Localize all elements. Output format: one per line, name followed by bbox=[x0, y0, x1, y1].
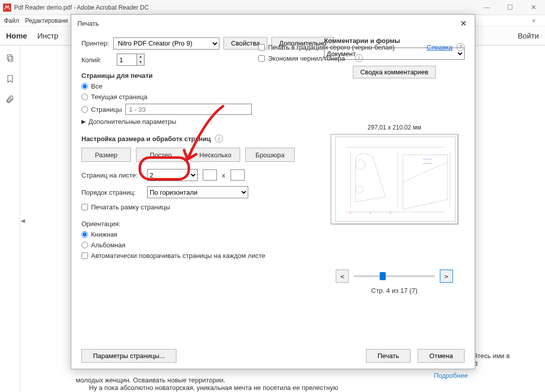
maximize-button[interactable]: ☐ bbox=[498, 0, 522, 15]
printer-select[interactable]: Nitro PDF Creator (Pro 9) bbox=[113, 37, 219, 50]
radio-pages[interactable] bbox=[81, 106, 88, 113]
orientation-label: Ориентация: bbox=[81, 220, 309, 228]
grayscale-checkbox[interactable] bbox=[258, 44, 265, 51]
window-title: Pdf Reader demo.pdf - Adobe Acrobat Read… bbox=[14, 4, 475, 11]
info-icon[interactable]: i bbox=[355, 54, 363, 62]
copies-label: Копий: bbox=[81, 56, 113, 64]
seg-multi-button[interactable]: Несколько bbox=[191, 148, 240, 162]
seg-booklet-button[interactable]: Брошюра bbox=[245, 148, 295, 162]
print-border-checkbox[interactable] bbox=[81, 204, 88, 210]
prev-page-button[interactable]: < bbox=[336, 270, 349, 283]
minimize-button[interactable]: — bbox=[475, 0, 498, 15]
help-info-icon[interactable]: ? bbox=[457, 43, 465, 51]
bg-fragment-share: айтесь ими в ud bbox=[470, 352, 510, 367]
pages-range-input[interactable] bbox=[125, 104, 252, 115]
seg-size-button[interactable]: Размер bbox=[81, 148, 131, 162]
seg-poster-button[interactable]: Постер bbox=[136, 148, 186, 162]
svg-point-3 bbox=[355, 160, 366, 170]
print-preview: ——— ——— bbox=[331, 134, 458, 224]
radio-landscape[interactable] bbox=[81, 242, 88, 248]
svg-point-4 bbox=[355, 186, 364, 194]
size-section-title: Настройка размера и обработк страниц bbox=[81, 135, 211, 143]
page-counter: Стр. 4 из 17 (7) bbox=[324, 287, 465, 294]
preview-drawing-icon: ——— ——— bbox=[336, 137, 455, 221]
info-icon[interactable]: i bbox=[215, 135, 223, 143]
dialog-title: Печать bbox=[77, 20, 99, 27]
help-link[interactable]: Справка bbox=[427, 43, 452, 51]
close-window-button[interactable]: ✕ bbox=[522, 0, 545, 15]
radio-current[interactable] bbox=[81, 94, 88, 100]
page-order-label: Порядок страниц: bbox=[81, 189, 142, 196]
more-link[interactable]: Подробнее bbox=[434, 372, 468, 379]
printer-label: Принтер: bbox=[81, 39, 109, 47]
radio-all[interactable] bbox=[81, 83, 88, 90]
pages-panel-icon[interactable] bbox=[6, 54, 15, 64]
grid-x-input[interactable] bbox=[203, 169, 217, 181]
tab-home[interactable]: Home bbox=[6, 31, 27, 40]
copies-input[interactable] bbox=[117, 54, 137, 66]
svg-rect-2 bbox=[9, 56, 13, 62]
summarize-comments-button[interactable]: Сводка комментариев bbox=[353, 66, 436, 78]
print-dialog: Печать ✕ Принтер: Nitro PDF Creator (Pro… bbox=[71, 14, 475, 369]
more-params-toggle[interactable]: ▶ Дополнительные параметры bbox=[81, 118, 309, 125]
svg-text:———: ——— bbox=[423, 162, 432, 165]
page-order-select[interactable]: По горизонтали bbox=[147, 186, 248, 198]
svg-rect-1 bbox=[7, 55, 11, 60]
login-link[interactable]: Войти bbox=[518, 31, 539, 40]
auto-rotate-checkbox[interactable] bbox=[81, 252, 88, 259]
svg-text:———: ——— bbox=[423, 157, 432, 160]
dialog-close-icon[interactable]: ✕ bbox=[458, 17, 469, 30]
collapse-caret-icon[interactable]: ◀ bbox=[21, 217, 25, 224]
cancel-button[interactable]: Отмена bbox=[418, 349, 465, 363]
save-ink-checkbox[interactable] bbox=[258, 55, 265, 62]
document-body-text: молодых женщин. Осваивать новые территор… bbox=[76, 376, 430, 391]
pages-per-sheet-select[interactable]: 2 bbox=[147, 169, 198, 181]
pages-section-title: Страницы для печати bbox=[81, 72, 309, 79]
preview-size-label: 297,01 x 210,02 мм bbox=[324, 124, 465, 131]
copies-up[interactable]: ▴ bbox=[137, 54, 144, 60]
app-icon bbox=[3, 4, 11, 12]
tab-close-icon[interactable]: × bbox=[526, 16, 541, 25]
page-setup-button[interactable]: Параметры страницы... bbox=[81, 349, 176, 363]
tab-tools[interactable]: Инстр bbox=[37, 31, 59, 40]
radio-portrait[interactable] bbox=[81, 231, 88, 238]
print-button[interactable]: Печать bbox=[366, 349, 411, 363]
grid-y-input[interactable] bbox=[231, 169, 245, 181]
copies-down[interactable]: ▾ bbox=[137, 60, 144, 65]
attachments-icon[interactable] bbox=[6, 95, 15, 106]
bookmarks-icon[interactable] bbox=[6, 74, 15, 85]
menu-file[interactable]: Файл bbox=[4, 17, 19, 24]
menu-edit[interactable]: Редактировани bbox=[25, 17, 68, 24]
preview-slider[interactable] bbox=[354, 275, 435, 277]
slider-thumb[interactable] bbox=[380, 272, 386, 280]
next-page-button[interactable]: > bbox=[440, 270, 453, 283]
pages-per-sheet-label: Страниц на листе: bbox=[81, 171, 142, 179]
